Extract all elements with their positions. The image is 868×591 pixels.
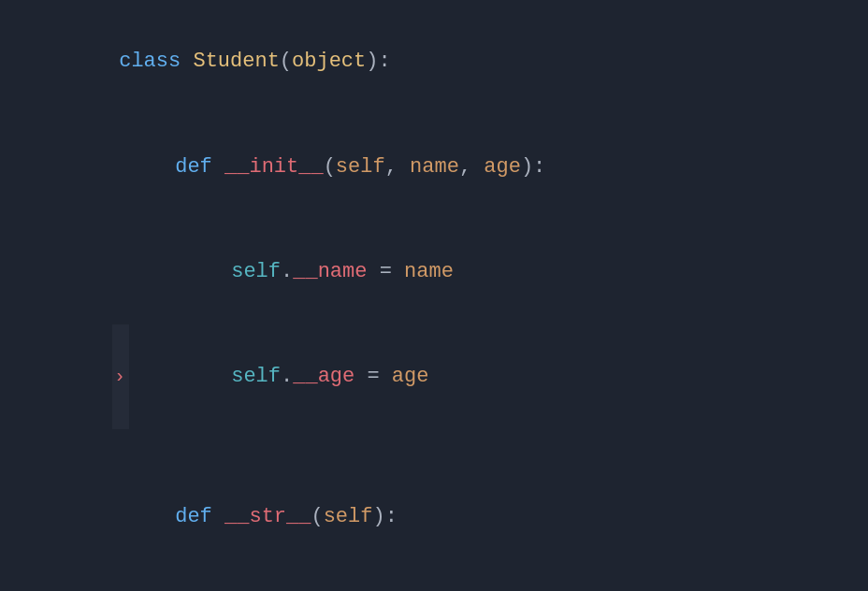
paren-close-3: ): [372, 505, 397, 528]
comma-2: , [459, 155, 484, 179]
line-content-1: class Student(object): [45, 9, 391, 114]
paren-open: ( [280, 50, 292, 73]
self-ref-1: self [231, 260, 281, 283]
code-line-2: def __init__(self, name, age): [56, 114, 868, 219]
self-ref-2: self [231, 365, 281, 388]
breakpoint-mark-1: › [114, 361, 125, 393]
paren-close-2: ): [521, 155, 545, 179]
attr-age: __age [293, 365, 354, 388]
comma-1: , [385, 155, 410, 179]
line-content-5: def __str__(self): [101, 465, 398, 569]
dot-1: . [281, 260, 293, 283]
paren-open-3: ( [311, 505, 323, 528]
method-init: __init__ [224, 155, 324, 179]
param-self: self [336, 155, 385, 179]
code-line-4: › self.__age = age [112, 324, 868, 429]
paren-open-2: ( [324, 155, 336, 179]
empty-line-1 [0, 429, 868, 465]
code-line-1: class Student(object): [0, 9, 868, 114]
base-class: object [292, 50, 366, 73]
attr-name: __name [293, 260, 367, 283]
val-name: name [404, 260, 454, 283]
keyword-class: class [119, 50, 193, 73]
param-age: age [484, 155, 521, 179]
line-content-2: def __init__(self, name, age): [101, 114, 545, 219]
line-content-3: self.__name = name [157, 219, 454, 324]
keyword-def: def [175, 155, 224, 179]
code-editor: class Student(object): def __init__(self… [0, 0, 868, 591]
code-line-5: def __str__(self): [56, 465, 868, 569]
assign-1: = [367, 260, 404, 283]
val-age: age [392, 365, 429, 388]
assign-2: = [354, 365, 392, 388]
code-line-3: self.__name = name [112, 219, 868, 324]
class-name: Student [193, 50, 279, 73]
param-self-2: self [324, 505, 373, 528]
dot-2: . [281, 365, 293, 388]
gutter-4: › [112, 324, 129, 429]
line-content-6: # 这里格式化输出内容 直接return出去就行 [157, 569, 651, 591]
paren-close: ): [366, 50, 390, 73]
method-str: __str__ [224, 505, 311, 528]
line-content-4: self.__age = age [157, 324, 428, 429]
code-line-6: # 这里格式化输出内容 直接return出去就行 [112, 569, 868, 591]
keyword-def-2: def [175, 505, 224, 528]
param-name: name [410, 155, 459, 179]
